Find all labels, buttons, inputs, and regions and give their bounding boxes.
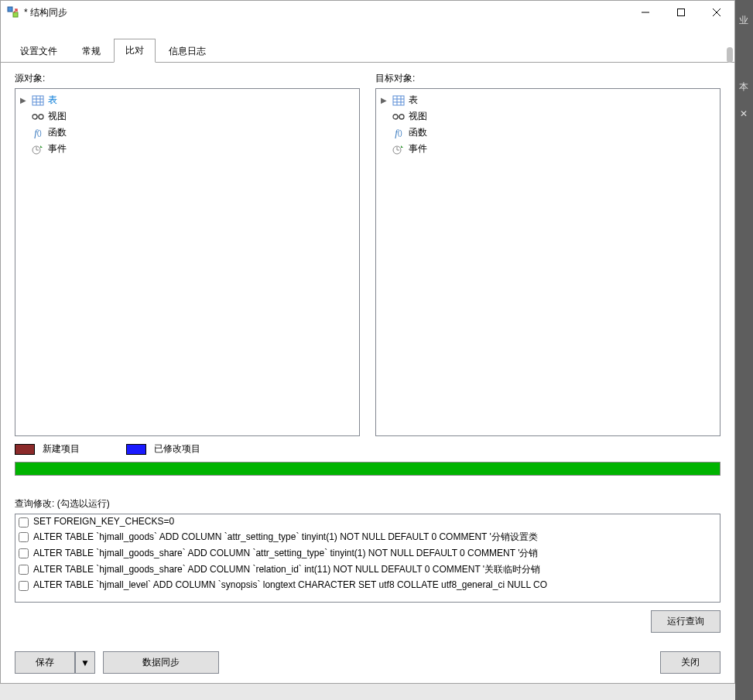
run-query-button[interactable]: 运行查询 [651,610,720,633]
svg-point-23 [399,114,404,119]
source-panel-title: 源对象: [15,72,360,85]
view-icon [392,111,406,123]
view-icon [31,111,45,123]
tree-item-label: 事件 [48,142,67,155]
tree-item-label: 事件 [409,142,427,155]
event-icon [392,143,406,155]
bg-glyph: 本 [735,80,752,94]
query-section-title: 查询修改: (勾选以运行) [15,497,720,510]
tab-general[interactable]: 常规 [70,39,112,63]
tree-item-label: 视图 [48,110,67,123]
tree-item-views[interactable]: 视图 [376,108,720,125]
save-dropdown-button[interactable]: ▼ [75,651,95,674]
svg-rect-3 [678,9,685,16]
query-text: ALTER TABLE `hjmall_goods_share` ADD COL… [33,563,540,576]
legend: 新建项目 已修改项目 [15,442,720,456]
query-item[interactable]: ALTER TABLE `hjmall_goods_share` ADD COL… [15,562,720,578]
tree-item-views[interactable]: 视图 [15,108,359,125]
legend-swatch-modified [126,444,146,455]
main-window: * 结构同步 设置文件 常规 比对 信息日志 源对象: ▶ 表 [0,0,735,684]
legend-label-modified: 已修改项目 [154,442,200,456]
bg-glyph: 业 [735,14,752,27]
maximize-button[interactable] [663,1,699,24]
background-strip: 业 本 ✕ [735,0,753,700]
target-panel: 目标对象: ▶ 表 视图 f() 函数 [375,72,720,436]
query-text: SET FOREIGN_KEY_CHECKS=0 [33,516,174,527]
source-panel: 源对象: ▶ 表 视图 f() 函数 [15,72,360,436]
minimize-button[interactable] [628,1,663,24]
chevron-right-icon[interactable]: ▶ [379,96,388,104]
query-checkbox[interactable] [19,532,29,542]
window-controls [628,1,734,24]
svg-point-11 [33,114,37,119]
svg-rect-0 [8,7,12,12]
svg-rect-6 [33,96,43,105]
svg-point-22 [393,114,398,119]
svg-rect-1 [13,12,18,17]
dialog-body: 源对象: ▶ 表 视图 f() 函数 [1,63,734,645]
bottom-bar: 保存 ▼ 数据同步 关闭 [1,645,734,683]
query-actions: 运行查询 [15,610,720,633]
tree-item-tables[interactable]: ▶ 表 [15,92,359,108]
function-icon: f() [392,127,406,139]
tree-item-label: 表 [409,94,418,107]
function-icon: f() [31,127,45,139]
progress-bar [15,462,720,476]
close-button[interactable] [699,1,734,24]
target-panel-title: 目标对象: [375,72,720,85]
window-title: * 结构同步 [24,6,628,19]
svg-point-12 [39,114,43,119]
tab-settings[interactable]: 设置文件 [9,39,69,63]
query-list[interactable]: SET FOREIGN_KEY_CHECKS=0 ALTER TABLE `hj… [15,514,720,603]
tree-item-tables[interactable]: ▶ 表 [376,92,720,108]
close-dialog-button[interactable]: 关闭 [660,651,720,674]
tab-log[interactable]: 信息日志 [157,39,217,63]
query-text: ALTER TABLE `hjmall_goods` ADD COLUMN `a… [33,531,538,544]
query-item[interactable]: SET FOREIGN_KEY_CHECKS=0 [15,514,720,529]
table-icon [392,94,406,107]
event-icon [31,143,45,155]
compare-panels: 源对象: ▶ 表 视图 f() 函数 [15,72,720,436]
query-checkbox[interactable] [19,565,29,575]
query-text: ALTER TABLE `hjmall_level` ADD COLUMN `s… [33,579,547,590]
tree-item-label: 函数 [409,126,427,139]
tree-item-label: 视图 [409,110,427,123]
source-tree[interactable]: ▶ 表 视图 f() 函数 [15,88,360,436]
query-item[interactable]: ALTER TABLE `hjmall_goods` ADD COLUMN `a… [15,529,720,545]
legend-swatch-new [15,444,35,455]
tree-item-events[interactable]: 事件 [15,141,359,157]
chevron-right-icon[interactable]: ▶ [19,96,28,104]
query-text: ALTER TABLE `hjmall_goods_share` ADD COL… [33,547,539,560]
tree-item-label: 表 [48,94,57,107]
app-icon [7,6,19,19]
save-button[interactable]: 保存 [15,651,75,674]
tab-bar: 设置文件 常规 比对 信息日志 [1,24,734,63]
tree-item-functions[interactable]: f() 函数 [15,125,359,141]
save-split-button: 保存 ▼ [15,651,95,674]
query-item[interactable]: ALTER TABLE `hjmall_level` ADD COLUMN `s… [15,578,720,592]
query-checkbox[interactable] [19,581,29,591]
query-checkbox[interactable] [19,517,29,528]
tree-item-functions[interactable]: f() 函数 [376,125,720,141]
svg-rect-17 [393,96,404,105]
query-item[interactable]: ALTER TABLE `hjmall_goods_share` ADD COL… [15,545,720,562]
target-tree[interactable]: ▶ 表 视图 f() 函数 [375,88,720,436]
tree-item-label: 函数 [48,126,67,139]
query-checkbox[interactable] [19,548,29,558]
legend-label-new: 新建项目 [43,442,80,456]
table-icon [31,94,45,107]
bg-glyph: ✕ [735,108,752,119]
tree-item-events[interactable]: 事件 [376,141,720,157]
tab-compare[interactable]: 比对 [114,39,156,63]
query-section: 查询修改: (勾选以运行) SET FOREIGN_KEY_CHECKS=0 A… [15,497,720,633]
data-sync-button[interactable]: 数据同步 [103,651,219,674]
titlebar: * 结构同步 [1,1,734,24]
